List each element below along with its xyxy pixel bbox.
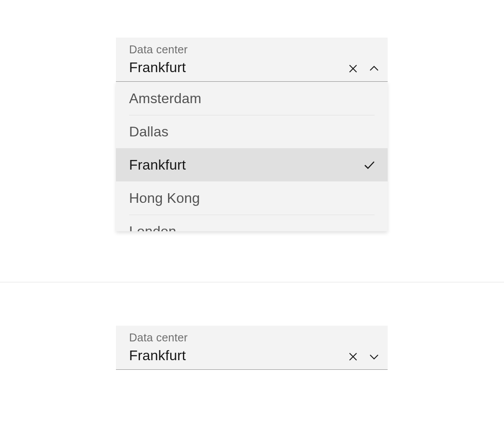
option-label: Amsterdam (129, 91, 201, 105)
dropdown-option-hong-kong[interactable]: Hong Kong (116, 181, 388, 215)
dropdown-closed-example: Data center Frankfurt (0, 282, 504, 424)
trigger-icons (347, 63, 380, 74)
trigger-icons (347, 351, 380, 362)
chevron-down-icon[interactable] (368, 351, 380, 362)
dropdown-open-example: Data center Frankfurt Amsterdam (0, 0, 504, 282)
data-center-dropdown-closed: Data center Frankfurt (116, 326, 388, 370)
dropdown-label: Data center (129, 331, 381, 344)
option-label: Hong Kong (129, 191, 200, 205)
dropdown-option-amsterdam[interactable]: Amsterdam (116, 82, 388, 115)
clear-icon[interactable] (347, 63, 359, 74)
chevron-up-icon[interactable] (368, 63, 380, 74)
option-label: Dallas (129, 125, 168, 139)
dropdown-menu: Amsterdam Dallas Frankfurt (116, 82, 388, 231)
dropdown-label: Data center (129, 43, 381, 56)
dropdown-option-frankfurt[interactable]: Frankfurt (116, 148, 388, 181)
dropdown-trigger[interactable]: Data center Frankfurt (116, 326, 388, 370)
data-center-dropdown-open: Data center Frankfurt Amsterdam (116, 38, 388, 231)
dropdown-selected-value: Frankfurt (129, 348, 381, 363)
clear-icon[interactable] (347, 351, 359, 362)
dropdown-trigger[interactable]: Data center Frankfurt (116, 38, 388, 82)
dropdown-option-london[interactable]: London (116, 215, 388, 231)
dropdown-selected-value: Frankfurt (129, 60, 381, 75)
option-label: London (129, 224, 176, 231)
dropdown-option-dallas[interactable]: Dallas (116, 115, 388, 148)
option-label: Frankfurt (129, 158, 186, 172)
checkmark-icon (363, 159, 375, 171)
